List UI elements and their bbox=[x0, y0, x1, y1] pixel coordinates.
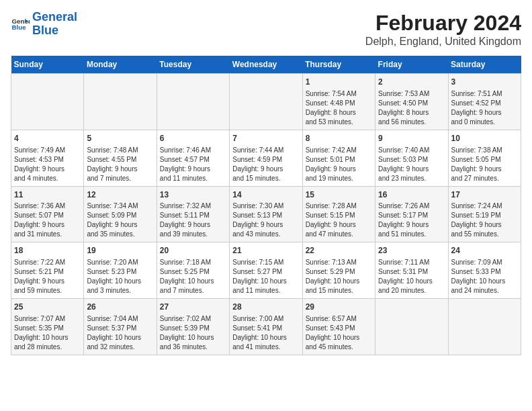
col-sunday: Sunday bbox=[11, 56, 84, 74]
day-info: Sunrise: 7:04 AM Sunset: 5:37 PM Dayligh… bbox=[87, 314, 153, 352]
day-cell: 18Sunrise: 7:22 AM Sunset: 5:21 PM Dayli… bbox=[11, 242, 84, 299]
day-info: Sunrise: 7:13 AM Sunset: 5:29 PM Dayligh… bbox=[306, 258, 372, 295]
day-info: Sunrise: 7:38 AM Sunset: 5:05 PM Dayligh… bbox=[451, 146, 518, 183]
day-number: 8 bbox=[306, 133, 372, 144]
day-info: Sunrise: 7:02 AM Sunset: 5:39 PM Dayligh… bbox=[160, 314, 226, 352]
day-info: Sunrise: 7:26 AM Sunset: 5:17 PM Dayligh… bbox=[378, 201, 445, 239]
day-cell: 21Sunrise: 7:15 AM Sunset: 5:27 PM Dayli… bbox=[230, 242, 302, 299]
day-cell: 27Sunrise: 7:02 AM Sunset: 5:39 PM Dayli… bbox=[157, 299, 229, 355]
day-number: 13 bbox=[160, 189, 226, 201]
day-cell: 3Sunrise: 7:51 AM Sunset: 4:52 PM Daylig… bbox=[448, 74, 521, 130]
day-number: 1 bbox=[306, 77, 372, 88]
calendar-table: Sunday Monday Tuesday Wednesday Thursday… bbox=[11, 56, 521, 355]
day-cell: 8Sunrise: 7:42 AM Sunset: 5:01 PM Daylig… bbox=[302, 130, 375, 186]
day-number: 6 bbox=[160, 133, 226, 144]
day-info: Sunrise: 7:48 AM Sunset: 4:55 PM Dayligh… bbox=[87, 146, 153, 183]
day-cell: 6Sunrise: 7:46 AM Sunset: 4:57 PM Daylig… bbox=[157, 130, 229, 186]
col-thursday: Thursday bbox=[302, 56, 375, 74]
day-number: 19 bbox=[87, 245, 153, 257]
week-row-2: 11Sunrise: 7:36 AM Sunset: 5:07 PM Dayli… bbox=[11, 186, 521, 242]
day-info: Sunrise: 7:53 AM Sunset: 4:50 PM Dayligh… bbox=[378, 89, 445, 127]
day-info: Sunrise: 7:00 AM Sunset: 5:41 PM Dayligh… bbox=[232, 314, 299, 352]
day-info: Sunrise: 7:49 AM Sunset: 4:53 PM Dayligh… bbox=[14, 146, 81, 183]
day-info: Sunrise: 7:54 AM Sunset: 4:48 PM Dayligh… bbox=[306, 89, 372, 127]
week-row-4: 25Sunrise: 7:07 AM Sunset: 5:35 PM Dayli… bbox=[11, 299, 521, 355]
day-cell: 24Sunrise: 7:09 AM Sunset: 5:33 PM Dayli… bbox=[448, 242, 521, 299]
day-cell bbox=[157, 74, 229, 130]
col-wednesday: Wednesday bbox=[230, 56, 302, 74]
day-info: Sunrise: 7:15 AM Sunset: 5:27 PM Dayligh… bbox=[232, 258, 299, 295]
week-row-0: 1Sunrise: 7:54 AM Sunset: 4:48 PM Daylig… bbox=[11, 74, 521, 130]
day-cell: 19Sunrise: 7:20 AM Sunset: 5:23 PM Dayli… bbox=[84, 242, 157, 299]
day-info: Sunrise: 7:22 AM Sunset: 5:21 PM Dayligh… bbox=[14, 258, 81, 295]
day-info: Sunrise: 7:40 AM Sunset: 5:03 PM Dayligh… bbox=[378, 146, 445, 183]
day-number: 12 bbox=[87, 189, 153, 201]
day-info: Sunrise: 7:44 AM Sunset: 4:59 PM Dayligh… bbox=[232, 146, 299, 183]
day-cell: 10Sunrise: 7:38 AM Sunset: 5:05 PM Dayli… bbox=[448, 130, 521, 186]
day-cell: 4Sunrise: 7:49 AM Sunset: 4:53 PM Daylig… bbox=[11, 130, 84, 186]
day-cell: 23Sunrise: 7:11 AM Sunset: 5:31 PM Dayli… bbox=[375, 242, 448, 299]
day-number: 14 bbox=[232, 189, 299, 201]
col-saturday: Saturday bbox=[448, 56, 521, 74]
day-number: 20 bbox=[160, 245, 226, 257]
day-number: 29 bbox=[306, 302, 372, 313]
day-cell: 29Sunrise: 6:57 AM Sunset: 5:43 PM Dayli… bbox=[302, 299, 375, 355]
day-cell: 17Sunrise: 7:24 AM Sunset: 5:19 PM Dayli… bbox=[448, 186, 521, 242]
month-title: February 2024 bbox=[365, 11, 521, 36]
day-number: 17 bbox=[451, 189, 518, 201]
day-cell bbox=[230, 74, 302, 130]
day-cell bbox=[448, 299, 521, 355]
day-number: 10 bbox=[451, 133, 518, 144]
day-info: Sunrise: 7:46 AM Sunset: 4:57 PM Dayligh… bbox=[160, 146, 226, 183]
day-cell: 28Sunrise: 7:00 AM Sunset: 5:41 PM Dayli… bbox=[230, 299, 302, 355]
day-number: 4 bbox=[14, 133, 81, 144]
logo: General Blue General Blue bbox=[11, 11, 77, 38]
day-number: 25 bbox=[14, 302, 81, 313]
day-info: Sunrise: 7:18 AM Sunset: 5:25 PM Dayligh… bbox=[160, 258, 226, 295]
day-cell bbox=[84, 74, 157, 130]
calendar-header: Sunday Monday Tuesday Wednesday Thursday… bbox=[11, 56, 521, 74]
day-info: Sunrise: 7:09 AM Sunset: 5:33 PM Dayligh… bbox=[451, 258, 518, 295]
day-cell: 22Sunrise: 7:13 AM Sunset: 5:29 PM Dayli… bbox=[302, 242, 375, 299]
day-cell: 5Sunrise: 7:48 AM Sunset: 4:55 PM Daylig… bbox=[84, 130, 157, 186]
day-cell: 14Sunrise: 7:30 AM Sunset: 5:13 PM Dayli… bbox=[230, 186, 302, 242]
day-number: 21 bbox=[232, 245, 299, 257]
day-info: Sunrise: 7:28 AM Sunset: 5:15 PM Dayligh… bbox=[306, 201, 372, 239]
day-cell: 13Sunrise: 7:32 AM Sunset: 5:11 PM Dayli… bbox=[157, 186, 229, 242]
day-cell: 12Sunrise: 7:34 AM Sunset: 5:09 PM Dayli… bbox=[84, 186, 157, 242]
logo-icon: General Blue bbox=[11, 15, 30, 34]
day-cell: 1Sunrise: 7:54 AM Sunset: 4:48 PM Daylig… bbox=[302, 74, 375, 130]
day-info: Sunrise: 7:34 AM Sunset: 5:09 PM Dayligh… bbox=[87, 201, 153, 239]
day-number: 9 bbox=[378, 133, 445, 144]
day-cell: 25Sunrise: 7:07 AM Sunset: 5:35 PM Dayli… bbox=[11, 299, 84, 355]
location-title: Delph, England, United Kingdom bbox=[365, 36, 521, 48]
day-number: 28 bbox=[232, 302, 299, 313]
day-info: Sunrise: 7:36 AM Sunset: 5:07 PM Dayligh… bbox=[14, 201, 81, 239]
day-cell: 11Sunrise: 7:36 AM Sunset: 5:07 PM Dayli… bbox=[11, 186, 84, 242]
day-info: Sunrise: 6:57 AM Sunset: 5:43 PM Dayligh… bbox=[306, 314, 372, 352]
day-number: 26 bbox=[87, 302, 153, 313]
day-info: Sunrise: 7:20 AM Sunset: 5:23 PM Dayligh… bbox=[87, 258, 153, 295]
day-info: Sunrise: 7:11 AM Sunset: 5:31 PM Dayligh… bbox=[378, 258, 445, 295]
day-number: 5 bbox=[87, 133, 153, 144]
day-number: 16 bbox=[378, 189, 445, 201]
day-number: 18 bbox=[14, 245, 81, 257]
day-number: 27 bbox=[160, 302, 226, 313]
week-row-1: 4Sunrise: 7:49 AM Sunset: 4:53 PM Daylig… bbox=[11, 130, 521, 186]
day-info: Sunrise: 7:30 AM Sunset: 5:13 PM Dayligh… bbox=[232, 201, 299, 239]
day-info: Sunrise: 7:42 AM Sunset: 5:01 PM Dayligh… bbox=[306, 146, 372, 183]
svg-text:Blue: Blue bbox=[11, 24, 26, 31]
logo-text-line1: General bbox=[32, 11, 77, 24]
day-cell: 2Sunrise: 7:53 AM Sunset: 4:50 PM Daylig… bbox=[375, 74, 448, 130]
day-cell: 15Sunrise: 7:28 AM Sunset: 5:15 PM Dayli… bbox=[302, 186, 375, 242]
day-info: Sunrise: 7:07 AM Sunset: 5:35 PM Dayligh… bbox=[14, 314, 81, 352]
day-cell: 16Sunrise: 7:26 AM Sunset: 5:17 PM Dayli… bbox=[375, 186, 448, 242]
title-area: February 2024 Delph, England, United Kin… bbox=[365, 11, 521, 48]
day-cell bbox=[11, 74, 84, 130]
day-number: 7 bbox=[232, 133, 299, 144]
day-cell: 9Sunrise: 7:40 AM Sunset: 5:03 PM Daylig… bbox=[375, 130, 448, 186]
header: General Blue General Blue February 2024 … bbox=[11, 11, 521, 48]
day-number: 15 bbox=[306, 189, 372, 201]
day-info: Sunrise: 7:24 AM Sunset: 5:19 PM Dayligh… bbox=[451, 201, 518, 239]
day-number: 2 bbox=[378, 77, 445, 88]
